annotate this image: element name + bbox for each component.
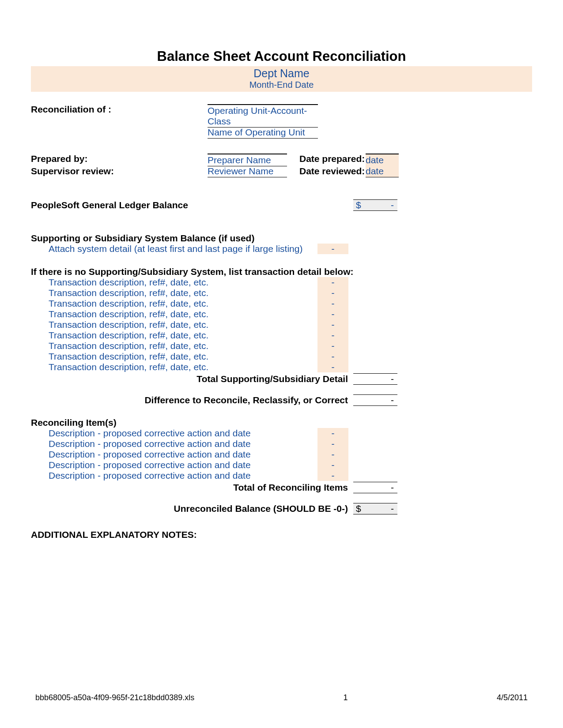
- reconciling-item-row: Description - proposed corrective action…: [31, 470, 532, 481]
- transaction-desc: Transaction description, ref#, date, etc…: [31, 330, 314, 341]
- difference-value: -: [353, 394, 397, 406]
- reconciling-item-desc: Description - proposed corrective action…: [31, 460, 314, 470]
- reconciling-item-value: -: [317, 460, 348, 470]
- total-supporting-value: -: [353, 373, 397, 385]
- supervisor-review-label: Supervisor review:: [31, 166, 208, 177]
- transaction-value: -: [317, 277, 348, 288]
- reconciliation-of-label: Reconciliation of :: [31, 104, 208, 139]
- additional-notes-heading: ADDITIONAL EXPLANATORY NOTES:: [31, 529, 532, 540]
- total-reconciling-value: -: [353, 482, 397, 493]
- transaction-desc: Transaction description, ref#, date, etc…: [31, 362, 314, 372]
- reconciling-item-row: Description - proposed corrective action…: [31, 460, 532, 470]
- transaction-value: -: [317, 288, 348, 298]
- date-reviewed-label: Date reviewed:: [299, 166, 366, 177]
- no-support-heading: If there is no Supporting/Subsidiary Sys…: [31, 266, 532, 277]
- reconciling-item-value: -: [317, 439, 348, 449]
- reconciling-item-desc: Description - proposed corrective action…: [31, 449, 314, 460]
- transaction-desc: Transaction description, ref#, date, etc…: [31, 351, 314, 362]
- supporting-heading: Supporting or Subsidiary System Balance …: [31, 233, 532, 244]
- transaction-desc: Transaction description, ref#, date, etc…: [31, 277, 314, 288]
- transaction-value: -: [317, 351, 348, 362]
- reconciling-item-row: Description - proposed corrective action…: [31, 439, 532, 449]
- transaction-desc: Transaction description, ref#, date, etc…: [31, 298, 314, 309]
- unreconciled-currency: $: [356, 503, 361, 514]
- reconciling-item-value: -: [317, 449, 348, 460]
- unreconciled-value-box: $ -: [353, 503, 397, 514]
- transaction-value: -: [317, 362, 348, 372]
- transaction-row: Transaction description, ref#, date, etc…: [31, 309, 532, 319]
- prepared-by-label: Prepared by:: [31, 154, 208, 166]
- total-reconciling-label: Total of Reconciling Items: [31, 482, 353, 493]
- reconciling-item-value: -: [317, 428, 348, 439]
- transaction-value: -: [317, 341, 348, 351]
- reconciling-items-heading: Reconciling Item(s): [31, 417, 532, 428]
- reconciling-item-row: Description - proposed corrective action…: [31, 449, 532, 460]
- transaction-desc: Transaction description, ref#, date, etc…: [31, 341, 314, 351]
- attach-system-detail: Attach system detail (at least first and…: [31, 244, 314, 254]
- reconciling-item-desc: Description - proposed corrective action…: [31, 439, 314, 449]
- header-band: Dept Name Month-End Date: [31, 66, 532, 92]
- transaction-value: -: [317, 309, 348, 319]
- operating-unit-account-class: Operating Unit-Account-Class: [208, 104, 318, 128]
- dept-name: Dept Name: [31, 67, 532, 80]
- gl-balance-value: $ -: [353, 199, 397, 211]
- footer-page: 1: [344, 693, 348, 702]
- transaction-desc: Transaction description, ref#, date, etc…: [31, 319, 314, 330]
- gl-value: -: [391, 200, 394, 210]
- transaction-value: -: [317, 319, 348, 330]
- total-supporting-label: Total Supporting/Subsidiary Detail: [31, 374, 353, 384]
- transaction-desc: Transaction description, ref#, date, etc…: [31, 309, 314, 319]
- difference-label: Difference to Reconcile, Reclassify, or …: [31, 395, 353, 405]
- transaction-row: Transaction description, ref#, date, etc…: [31, 319, 532, 330]
- gl-balance-label: PeopleSoft General Ledger Balance: [31, 200, 353, 210]
- unreconciled-value: -: [391, 503, 394, 514]
- reviewer-name: Reviewer Name: [208, 166, 287, 177]
- transaction-row: Transaction description, ref#, date, etc…: [31, 362, 532, 372]
- reconciling-item-row: Description - proposed corrective action…: [31, 428, 532, 439]
- reconciling-item-value: -: [317, 470, 348, 481]
- gl-currency: $: [356, 200, 361, 210]
- transaction-row: Transaction description, ref#, date, etc…: [31, 288, 532, 298]
- footer-filename: bbb68005-a50a-4f09-965f-21c18bdd0389.xls: [35, 693, 194, 702]
- transaction-row: Transaction description, ref#, date, etc…: [31, 298, 532, 309]
- transaction-row: Transaction description, ref#, date, etc…: [31, 351, 532, 362]
- reconciling-item-desc: Description - proposed corrective action…: [31, 470, 314, 481]
- transaction-row: Transaction description, ref#, date, etc…: [31, 277, 532, 288]
- attach-value: -: [317, 244, 348, 254]
- transaction-row: Transaction description, ref#, date, etc…: [31, 341, 532, 351]
- date-reviewed-value: date: [366, 166, 399, 177]
- transaction-row: Transaction description, ref#, date, etc…: [31, 330, 532, 341]
- page-footer: bbb68005-a50a-4f09-965f-21c18bdd0389.xls…: [0, 693, 563, 702]
- reconciling-item-desc: Description - proposed corrective action…: [31, 428, 314, 439]
- name-of-operating-unit: Name of Operating Unit: [208, 127, 318, 139]
- preparer-name: Preparer Name: [208, 154, 287, 166]
- date-prepared-value: date: [366, 154, 399, 166]
- page-title: Balance Sheet Account Reconciliation: [31, 49, 532, 64]
- transaction-value: -: [317, 298, 348, 309]
- transaction-desc: Transaction description, ref#, date, etc…: [31, 288, 314, 298]
- date-prepared-label: Date prepared:: [299, 154, 366, 166]
- footer-date: 4/5/2011: [497, 693, 528, 702]
- month-end-date: Month-End Date: [31, 80, 532, 90]
- unreconciled-label: Unreconciled Balance (SHOULD BE -0-): [31, 503, 353, 514]
- transaction-value: -: [317, 330, 348, 341]
